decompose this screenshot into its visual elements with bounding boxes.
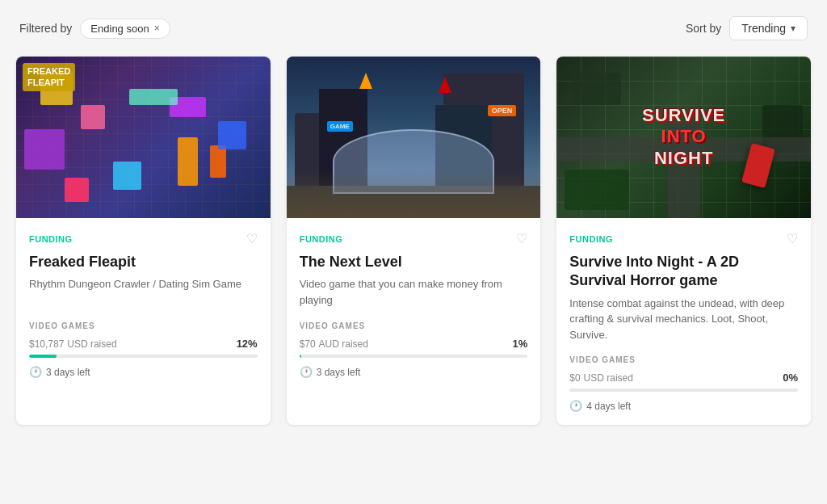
- sort-section: Sort by Trending ▾: [686, 16, 808, 40]
- favorite-button[interactable]: ♡: [787, 231, 798, 246]
- card-2-time-row: 🕐 3 days left: [300, 366, 528, 378]
- clock-icon: 🕐: [29, 366, 42, 378]
- card-2-amount: $70 AUD raised: [300, 337, 368, 350]
- card-survive-into-night: SURVIVEINTONIGHT FUNDING ♡ Survive Into …: [556, 57, 811, 425]
- status-badge: FUNDING: [569, 234, 613, 244]
- filter-section: Filtered by Ending soon ×: [19, 19, 170, 39]
- chevron-down-icon: ▾: [791, 23, 796, 34]
- cards-grid: FREAKEDFLEAPIT FUNDING ♡ Freaked Fleapit…: [16, 57, 811, 425]
- card-1-progress-bg: [29, 355, 258, 358]
- sort-value: Trending: [741, 22, 786, 35]
- sort-dropdown[interactable]: Trending ▾: [729, 16, 808, 40]
- top-bar: Filtered by Ending soon × Sort by Trendi…: [16, 16, 811, 40]
- card-3-time-row: 🕐 4 days left: [569, 400, 798, 412]
- filter-label: Filtered by: [19, 22, 72, 35]
- favorite-button[interactable]: ♡: [516, 231, 527, 246]
- card-2-body: FUNDING ♡ The Next Level Video game that…: [287, 218, 541, 391]
- card-freaked-fleapit: FREAKEDFLEAPIT FUNDING ♡ Freaked Fleapit…: [16, 57, 271, 425]
- status-badge: FUNDING: [300, 234, 343, 244]
- card-1-category: VIDEO GAMES: [29, 321, 258, 330]
- card-1-status-row: FUNDING ♡: [29, 231, 258, 246]
- card-3-body: FUNDING ♡ Survive Into Night - A 2D Surv…: [556, 218, 811, 425]
- card-2-progress-fill: [300, 355, 302, 358]
- card-2-status-row: FUNDING ♡: [300, 231, 528, 246]
- card-2-percent: 1%: [513, 338, 528, 350]
- card-3-amount: $0 USD raised: [569, 371, 633, 384]
- card-3-image: SURVIVEINTONIGHT: [556, 57, 811, 218]
- card-2-title: The Next Level: [300, 253, 528, 271]
- card-2-funding-row: $70 AUD raised 1%: [300, 337, 528, 350]
- card-2-progress-bg: [300, 355, 528, 358]
- card-2-time-left: 3 days left: [317, 367, 361, 378]
- game-title-overlay: FREAKEDFLEAPIT: [23, 63, 75, 91]
- filter-tag[interactable]: Ending soon ×: [80, 19, 170, 39]
- card-3-description: Intense combat against the undead, with …: [569, 296, 798, 343]
- filter-close-icon[interactable]: ×: [154, 23, 160, 34]
- card-1-time-left: 3 days left: [46, 367, 90, 378]
- building-scene: OPEN GAME: [287, 57, 541, 218]
- card-2-category: VIDEO GAMES: [300, 321, 528, 330]
- card-3-funding-row: $0 USD raised 0%: [569, 371, 798, 384]
- clock-icon: 🕐: [300, 366, 313, 378]
- filter-tag-label: Ending soon: [90, 23, 149, 35]
- card-3-status-row: FUNDING ♡: [569, 231, 798, 246]
- sort-label: Sort by: [686, 22, 721, 35]
- card-2-description: Video game that you can make money from …: [300, 276, 528, 309]
- card-3-category: VIDEO GAMES: [569, 355, 798, 364]
- status-badge: FUNDING: [29, 234, 73, 244]
- card-1-progress-fill: [29, 355, 57, 358]
- favorite-button[interactable]: ♡: [246, 231, 258, 246]
- card-1-image: FREAKEDFLEAPIT: [16, 57, 271, 218]
- card-3-time-left: 4 days left: [586, 401, 631, 412]
- game-survive-title: SURVIVEINTONIGHT: [642, 105, 725, 169]
- card-3-percent: 0%: [783, 372, 798, 384]
- clock-icon: 🕐: [569, 400, 582, 412]
- card-1-title: Freaked Fleapit: [29, 253, 258, 271]
- card-1-description: Rhythm Dungeon Crawler / Dating Sim Game: [29, 276, 258, 309]
- card-the-next-level: OPEN GAME FUNDING ♡ The Next Level Video…: [287, 57, 541, 425]
- card-3-title: Survive Into Night - A 2D Survival Horro…: [569, 253, 798, 291]
- card-2-image: OPEN GAME: [287, 57, 541, 218]
- card-1-body: FUNDING ♡ Freaked Fleapit Rhythm Dungeon…: [16, 218, 271, 391]
- card-3-progress-bg: [569, 388, 798, 392]
- card-1-time-row: 🕐 3 days left: [29, 366, 258, 378]
- card-1-amount: $10,787 USD raised: [29, 337, 117, 350]
- card-1-funding-row: $10,787 USD raised 12%: [29, 337, 258, 350]
- card-1-percent: 12%: [237, 338, 258, 350]
